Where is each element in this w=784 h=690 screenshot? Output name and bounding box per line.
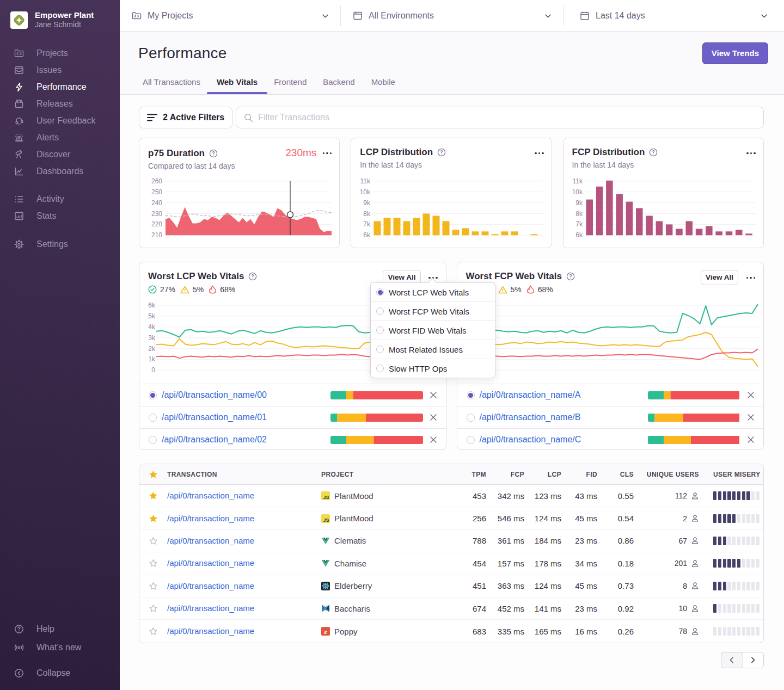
svg-text:6k: 6k	[575, 231, 583, 239]
svg-text:JS: JS	[323, 517, 329, 522]
svg-text:11k: 11k	[572, 177, 583, 185]
svg-text:250: 250	[151, 188, 162, 196]
svg-text:6k: 6k	[364, 231, 371, 239]
svg-text:220: 220	[151, 220, 162, 228]
svg-text:9k: 9k	[575, 199, 583, 207]
svg-text:8k: 8k	[575, 210, 583, 218]
svg-text:10k: 10k	[572, 188, 583, 196]
svg-text:10k: 10k	[360, 188, 371, 196]
svg-text:260: 260	[151, 177, 162, 185]
svg-text:210: 210	[151, 231, 162, 239]
svg-text:11k: 11k	[360, 177, 371, 185]
svg-text:7k: 7k	[575, 220, 583, 228]
svg-text:7k: 7k	[364, 220, 371, 228]
svg-text:0: 0	[151, 366, 155, 374]
svg-text:1k: 1k	[148, 355, 156, 363]
svg-text:6k: 6k	[148, 301, 156, 309]
svg-text:e: e	[324, 628, 327, 636]
svg-text:9k: 9k	[364, 199, 371, 207]
svg-text:5k: 5k	[148, 312, 156, 320]
svg-text:4k: 4k	[148, 323, 156, 331]
svg-text:3k: 3k	[148, 334, 156, 342]
svg-text:JS: JS	[323, 495, 329, 500]
svg-text:240: 240	[151, 199, 162, 207]
svg-text:230: 230	[151, 210, 162, 218]
svg-text:2k: 2k	[148, 345, 156, 353]
svg-text:8k: 8k	[364, 210, 371, 218]
